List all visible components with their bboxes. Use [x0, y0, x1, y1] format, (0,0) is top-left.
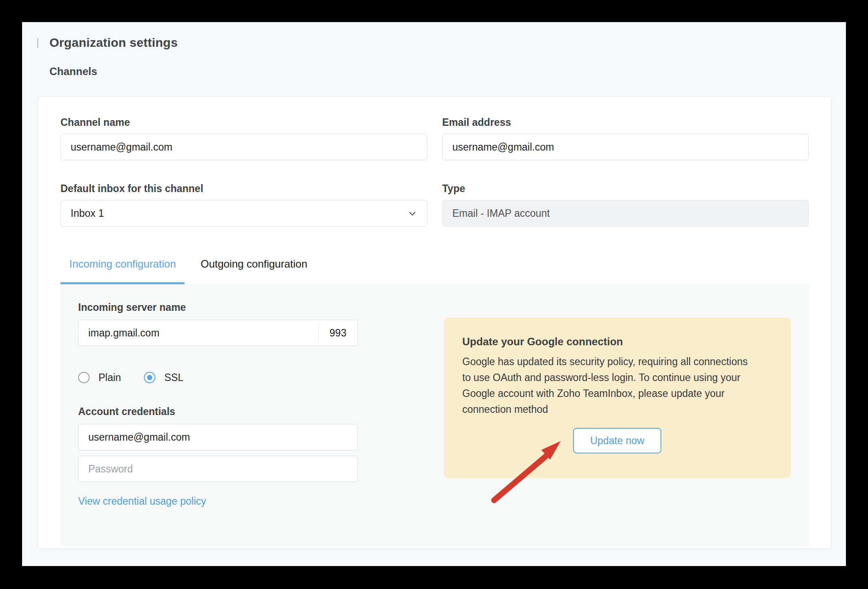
channel-name-input[interactable] [60, 134, 427, 160]
channel-name-label: Channel name [60, 116, 427, 128]
type-field-disabled: Email - IMAP account [442, 200, 809, 227]
incoming-server-host-input[interactable] [79, 320, 318, 346]
credential-usage-policy-link[interactable]: View credential usage policy [78, 495, 206, 507]
page-title: Organization settings [49, 36, 177, 50]
radio-ssl-icon [144, 372, 155, 383]
title-accent-bar [37, 38, 38, 48]
configuration-tabs: Incoming configuration Outgoing configur… [60, 257, 809, 284]
default-inbox-select[interactable]: Inbox 1 [60, 200, 427, 227]
channel-settings-card: Channel name Email address Default inbox… [38, 96, 831, 549]
incoming-server-label: Incoming server name [78, 301, 358, 313]
google-connection-notice: Update your Google connection Google has… [444, 317, 791, 478]
update-now-button[interactable]: Update now [573, 428, 661, 453]
account-credentials-label: Account credentials [78, 405, 358, 418]
encryption-radio-group: Plain SSL [78, 371, 358, 384]
incoming-configuration-panel: Incoming server name 993 Plain SSL Acc [60, 284, 810, 546]
credentials-username-input[interactable] [78, 424, 358, 450]
default-inbox-value: Inbox 1 [71, 208, 104, 219]
type-label: Type [442, 182, 809, 195]
section-title-channels: Channels [49, 65, 97, 78]
chevron-down-icon [408, 209, 417, 221]
radio-plain[interactable]: Plain [78, 372, 121, 384]
tab-incoming-configuration[interactable]: Incoming configuration [60, 257, 185, 284]
radio-ssl[interactable]: SSL [144, 372, 183, 384]
type-value: Email - IMAP account [453, 208, 550, 219]
incoming-server-field: 993 [78, 320, 358, 346]
email-address-label: Email address [442, 116, 809, 128]
incoming-server-port-input[interactable]: 993 [318, 324, 357, 342]
organization-settings-page: Organization settings Channels Channel n… [22, 22, 846, 566]
notice-body: Google has updated its security policy, … [462, 354, 754, 417]
credentials-password-input[interactable] [78, 456, 358, 482]
default-inbox-label: Default inbox for this channel [60, 182, 427, 195]
radio-ssl-label: SSL [164, 372, 183, 384]
notice-title: Update your Google connection [462, 335, 772, 348]
email-address-input[interactable] [442, 134, 809, 160]
radio-plain-icon [78, 372, 90, 383]
tab-outgoing-configuration[interactable]: Outgoing configuration [192, 257, 316, 284]
radio-plain-label: Plain [98, 372, 121, 384]
